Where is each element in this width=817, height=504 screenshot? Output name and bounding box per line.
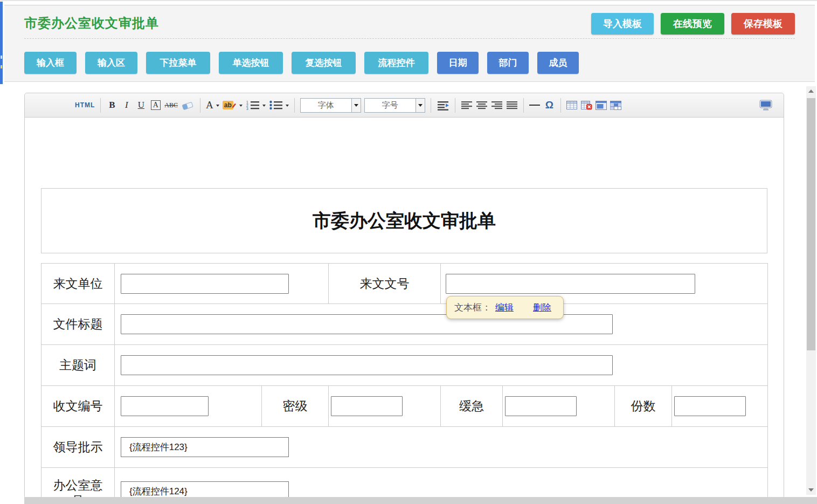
scroll-up-button[interactable] <box>806 86 816 96</box>
field-label-wenjian-biaoti: 文件标题 <box>41 304 115 345</box>
left-edge-strip <box>0 2 3 84</box>
left-strip-mark <box>1 56 2 59</box>
field-label-laiwen-wenhao: 来文文号 <box>329 264 441 304</box>
horizontal-rule-button[interactable] <box>528 97 542 113</box>
bold-button[interactable]: B <box>105 97 119 113</box>
justify-button[interactable] <box>504 97 520 113</box>
field-label-zhutici: 主题词 <box>41 345 115 386</box>
field-label-huanji: 缓急 <box>441 386 503 427</box>
align-right-button[interactable] <box>489 97 504 113</box>
font-family-select[interactable]: 字体 <box>300 98 361 113</box>
delete-table-button[interactable] <box>579 97 594 113</box>
font-color-button[interactable]: A <box>204 97 221 113</box>
left-strip-mark <box>1 65 2 68</box>
table-row: 文件标题 <box>41 304 768 345</box>
insert-dropdown-button[interactable]: 下拉菜单 <box>146 52 210 74</box>
fenshu-input[interactable] <box>674 396 746 416</box>
table-properties-button[interactable] <box>608 97 623 113</box>
table-row: 主题词 <box>41 345 768 386</box>
ordered-list-icon: 1 2 3 <box>246 100 260 110</box>
top-hairline <box>0 0 817 1</box>
ordered-list-button[interactable]: 1 2 3 <box>244 97 267 113</box>
monitor-icon <box>759 100 772 111</box>
eraser-icon <box>181 100 195 111</box>
header-separator <box>24 38 795 39</box>
chevron-down-icon <box>286 105 289 108</box>
chevron-down-icon[interactable] <box>351 99 361 112</box>
insert-department-button[interactable]: 部门 <box>487 52 529 74</box>
align-left-button[interactable] <box>459 97 474 113</box>
laiwen-wenhao-input[interactable] <box>446 274 695 294</box>
scrollbar-thumb[interactable] <box>807 98 815 350</box>
toolbar-separator <box>200 98 200 113</box>
edit-link[interactable]: 编辑 <box>495 301 514 314</box>
indent-button[interactable] <box>435 97 451 113</box>
chevron-down-icon[interactable] <box>416 99 425 112</box>
flow-control-placeholder[interactable]: {流程控件124} <box>121 481 289 497</box>
unordered-list-button[interactable] <box>267 97 290 113</box>
toolbar-separator <box>294 98 295 113</box>
laiwen-danwei-input[interactable] <box>121 274 289 294</box>
app-window: 市委办公室收文审批单 导入模板 在线预览 保存模板 输入框 输入区 下拉菜单 单… <box>0 0 817 504</box>
bottom-strip <box>24 497 817 504</box>
html-source-button[interactable]: HTML <box>73 97 96 113</box>
insert-radio-button[interactable]: 单选按钮 <box>219 52 283 74</box>
toolbar-separator <box>523 98 524 113</box>
insert-input-area-button[interactable]: 输入区 <box>85 52 137 74</box>
toolbar-separator <box>560 98 561 113</box>
control-tooltip: 文本框： 编辑 删除 <box>446 296 564 319</box>
font-size-select[interactable]: 字号 <box>364 98 425 113</box>
rich-text-editor: HTML B I U A ABC A ab <box>24 93 784 497</box>
toolbar-separator <box>431 98 431 113</box>
strikethrough-button[interactable]: ABC <box>163 97 179 113</box>
huanji-input[interactable] <box>505 396 577 416</box>
horizontal-rule-icon <box>529 105 540 106</box>
format-block-button[interactable]: A <box>148 97 163 113</box>
delete-link[interactable]: 删除 <box>533 301 551 314</box>
insert-input-box-button[interactable]: 输入框 <box>24 52 77 74</box>
table-cell-properties-icon <box>596 101 607 110</box>
field-label-shouwen-bianhao: 收文编号 <box>41 386 115 427</box>
special-char-button[interactable]: Ω <box>542 97 557 113</box>
align-center-button[interactable] <box>474 97 489 113</box>
table-cell-properties-button[interactable] <box>594 97 608 113</box>
delete-table-icon <box>581 101 592 110</box>
shouwen-bianhao-input[interactable] <box>121 396 209 416</box>
zhutici-input[interactable] <box>121 355 613 375</box>
insert-member-button[interactable]: 成员 <box>537 52 579 74</box>
insert-checkbox-button[interactable]: 复选按钮 <box>292 52 356 74</box>
justify-icon <box>506 101 518 109</box>
scroll-down-button[interactable] <box>806 485 816 495</box>
toolbar-separator <box>100 98 101 113</box>
miji-input[interactable] <box>331 396 403 416</box>
highlight-color-button[interactable]: ab <box>221 97 244 113</box>
chevron-down-icon <box>262 105 266 108</box>
save-template-button[interactable]: 保存模板 <box>731 13 795 34</box>
insert-date-button[interactable]: 日期 <box>437 52 479 74</box>
vertical-scrollbar[interactable] <box>806 86 816 495</box>
import-template-button[interactable]: 导入模板 <box>591 13 654 34</box>
editor-toolbar: HTML B I U A ABC A ab <box>25 93 784 118</box>
field-label-miji: 密级 <box>262 386 329 427</box>
flow-control-placeholder[interactable]: {流程控件123} <box>121 437 289 457</box>
italic-button[interactable]: I <box>119 97 134 113</box>
field-label-fenshu: 份数 <box>615 386 672 427</box>
field-label-laiwen-danwei: 来文单位 <box>41 264 115 304</box>
table-row: 办公室意见 {流程控件124} <box>41 468 768 498</box>
online-preview-button[interactable]: 在线预览 <box>661 13 724 34</box>
fullscreen-button[interactable] <box>758 97 774 113</box>
editor-content[interactable]: 市委办公室收文审批单 来文单位 来文文号 文件标题 主题词 <box>25 118 784 497</box>
indent-icon <box>437 100 449 111</box>
remove-format-button[interactable] <box>179 97 196 113</box>
arrow-up-icon <box>808 87 814 93</box>
form-control-buttons: 输入框 输入区 下拉菜单 单选按钮 复选按钮 流程控件 日期 部门 成员 <box>24 52 579 74</box>
align-center-icon <box>476 101 488 109</box>
font-color-a: A <box>206 99 213 111</box>
insert-flow-control-button[interactable]: 流程控件 <box>364 52 428 74</box>
insert-table-button[interactable] <box>565 97 579 113</box>
chevron-down-icon <box>216 105 219 108</box>
approval-form-table: 来文单位 来文文号 文件标题 主题词 收文编号 密级 <box>41 263 768 497</box>
tooltip-label: 文本框： <box>454 301 491 314</box>
underline-button[interactable]: U <box>134 97 148 113</box>
insert-table-icon <box>566 101 577 110</box>
